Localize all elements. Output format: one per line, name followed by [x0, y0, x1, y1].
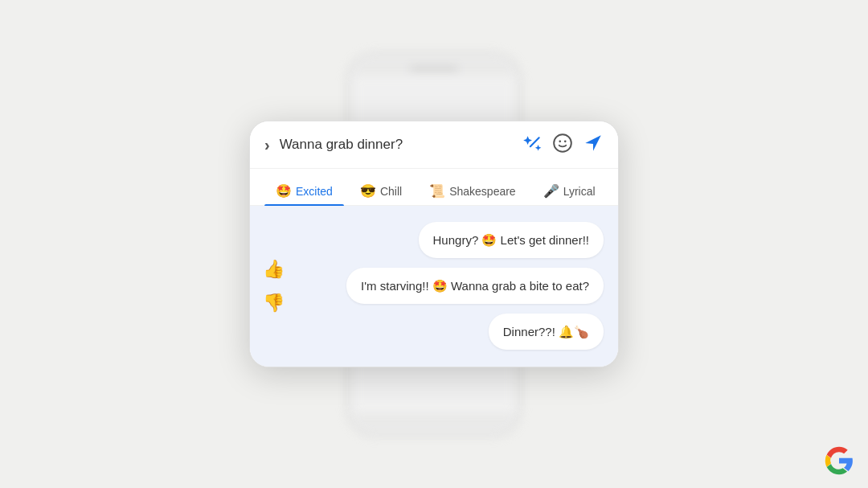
- tab-shakespeare[interactable]: 📜 Shakespeare: [418, 177, 527, 205]
- tab-excited-label: Excited: [296, 185, 333, 198]
- svg-point-3: [564, 141, 567, 143]
- tab-shakespeare-emoji: 📜: [429, 183, 445, 199]
- tab-shakespeare-label: Shakespeare: [449, 185, 516, 198]
- tab-lyrical-emoji: 🎤: [543, 183, 559, 199]
- svg-point-2: [559, 141, 561, 143]
- tab-lyrical-label: Lyrical: [563, 185, 596, 198]
- message-bubble-3: Dinner??! 🔔🍗: [489, 314, 604, 350]
- tab-chill-emoji: 😎: [360, 183, 376, 199]
- messages-area: 👍 👎 Hungry? 🤩 Let's get dinner!! I'm sta…: [250, 206, 618, 367]
- tab-excited[interactable]: 🤩 Excited: [264, 177, 344, 205]
- tab-chill-label: Chill: [380, 185, 402, 198]
- tab-excited-emoji: 🤩: [276, 183, 292, 199]
- feedback-icons: 👍 👎: [263, 259, 285, 314]
- tab-lyrical[interactable]: 🎤 Lyrical: [532, 177, 607, 205]
- chevron-icon[interactable]: ›: [264, 136, 270, 154]
- input-text-display: Wanna grab dinner?: [280, 137, 512, 153]
- svg-line-0: [530, 137, 539, 146]
- svg-point-1: [554, 134, 571, 152]
- thumbs-up-icon[interactable]: 👍: [263, 259, 285, 280]
- message-bubble-2: I'm starving!! 🤩 Wanna grab a bite to ea…: [346, 268, 604, 304]
- google-logo: [825, 446, 854, 475]
- input-bar: › Wanna grab dinner?: [250, 121, 618, 169]
- tab-chill[interactable]: 😎 Chill: [349, 177, 413, 205]
- message-bubble-1: Hungry? 🤩 Let's get dinner!!: [419, 222, 604, 258]
- magic-wand-icon[interactable]: [522, 134, 542, 155]
- tabs-row: 🤩 Excited 😎 Chill 📜 Shakespeare 🎤 Lyrica…: [250, 169, 618, 206]
- send-icon[interactable]: [583, 133, 604, 157]
- thumbs-down-icon[interactable]: 👎: [263, 293, 285, 314]
- emoji-icon[interactable]: [552, 133, 573, 157]
- suggestion-card: › Wanna grab dinner?: [249, 121, 619, 367]
